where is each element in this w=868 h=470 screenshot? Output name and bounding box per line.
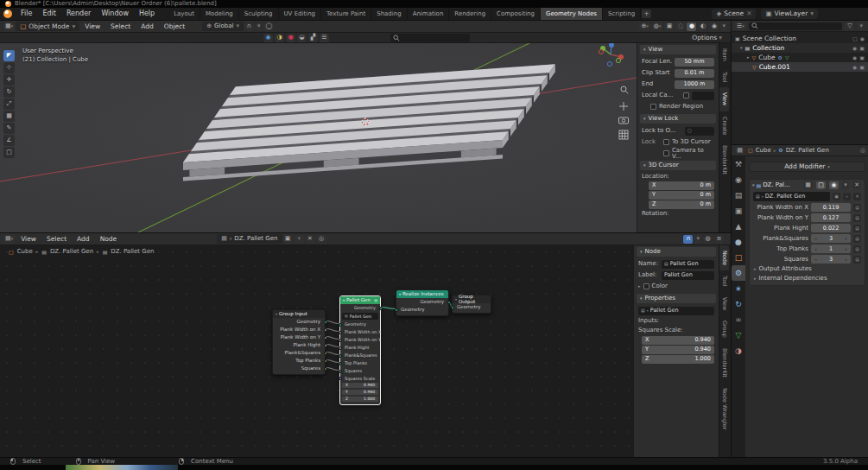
render-visibility-icon[interactable]: ▣: [859, 65, 865, 70]
input-attribute-toggle-icon[interactable]: ▤: [853, 225, 861, 232]
workspace-tab-shading[interactable]: Shading: [371, 8, 407, 20]
socket-int-out[interactable]: [324, 367, 327, 371]
shading-material[interactable]: ◐: [698, 22, 707, 31]
node-group-input[interactable]: ▾Group Input Geometry Plank Width on X P…: [272, 309, 326, 375]
physics-tab-icon[interactable]: ↻: [732, 296, 745, 312]
hide-eye-icon[interactable]: ◉: [852, 55, 857, 60]
outliner-menu-icon[interactable]: ▾: [858, 22, 865, 30]
group-datablock-field[interactable]: ▤▾Pallet Gen: [638, 307, 714, 315]
brush-icon[interactable]: ●: [286, 34, 295, 42]
local-camera-field[interactable]: [692, 92, 714, 100]
node-tree-selector[interactable]: ▤ ▾ DZ. Pallet Gen: [217, 234, 282, 244]
mirror-icon[interactable]: ▞: [308, 34, 318, 42]
new-datablock-icon[interactable]: ＋: [843, 193, 851, 200]
param-plank-hight-field[interactable]: 0.022: [811, 224, 851, 232]
outliner-search-input[interactable]: [749, 22, 843, 30]
param-top-planks-field[interactable]: ◂1▸: [811, 245, 851, 253]
socket-geometry-in[interactable]: [395, 308, 398, 312]
socket-int-in[interactable]: [339, 370, 342, 373]
viewlayer-selector[interactable]: ▣ ViewLayer ▾: [761, 9, 818, 19]
collapse-arrow-icon[interactable]: ▸: [638, 284, 641, 289]
tab-view[interactable]: View: [719, 87, 729, 111]
socket-float-out[interactable]: [324, 344, 327, 347]
exclude-checkbox-icon[interactable]: ▢: [852, 36, 858, 41]
workspace-tab-rendering[interactable]: Rendering: [449, 8, 491, 20]
modifier-panel-header[interactable]: ▾ ▤ DZ. Pal... ▦ ▢ ◉ ▾ ✕: [750, 180, 865, 191]
tool-measure[interactable]: ∠: [3, 135, 15, 146]
unlink-icon[interactable]: ✕: [306, 235, 315, 244]
pin-icon[interactable]: ◎: [317, 235, 326, 244]
lock-to-object-field[interactable]: ▢: [685, 127, 714, 136]
param-plank-width-x-field[interactable]: 0.119: [811, 203, 851, 212]
overlay-toggle-icon[interactable]: ◍: [703, 235, 713, 244]
node-menu-view[interactable]: View: [16, 233, 41, 245]
socket-geometry-out[interactable]: [447, 301, 451, 304]
tab-blenderkit[interactable]: BlenderKit: [719, 343, 729, 383]
panel-properties[interactable]: ▾Properties: [637, 294, 716, 303]
input-attribute-toggle-icon[interactable]: ▤: [853, 235, 861, 243]
edit-mode-toggle-icon[interactable]: ▦: [803, 181, 813, 189]
scale-x-field[interactable]: X0.940: [642, 336, 714, 345]
scale-z-field[interactable]: Z1.000: [642, 355, 714, 364]
socket-float-in[interactable]: [339, 339, 342, 342]
tool-rotate[interactable]: ↻: [3, 86, 15, 98]
viewport-menu-select[interactable]: Select: [105, 21, 136, 32]
socket-float-in[interactable]: [339, 346, 342, 350]
workspace-tab-compositing[interactable]: Compositing: [491, 8, 541, 20]
param-squares-field[interactable]: ◂3▸: [811, 255, 851, 264]
collapse-arrow-icon[interactable]: ▾: [276, 313, 277, 316]
render-visibility-icon[interactable]: ▣: [859, 46, 865, 51]
editor-type-icon[interactable]: ▤: [735, 147, 744, 155]
editor-type-icon[interactable]: ☰▾: [735, 22, 746, 30]
modifier-tab-icon[interactable]: ⚙: [732, 265, 745, 281]
render-visibility-icon[interactable]: ◉: [860, 36, 865, 41]
tool-select-box[interactable]: ◤: [3, 50, 15, 61]
tool-transform[interactable]: ▦: [3, 111, 15, 122]
menu-file[interactable]: File: [16, 8, 37, 20]
workspace-tab-sculpting[interactable]: Sculpting: [239, 8, 279, 20]
socket-geometry-in[interactable]: [339, 323, 342, 327]
node-name-field[interactable]: ▤Pallet Gen: [662, 260, 714, 269]
socket-int-in[interactable]: [339, 354, 342, 358]
render-tab-icon[interactable]: ◉: [732, 172, 745, 187]
world-tab-icon[interactable]: ●: [732, 234, 745, 250]
shading-dropdown[interactable]: ▾: [720, 22, 727, 31]
viewport-options-dropdown[interactable]: Options ▾: [692, 35, 722, 41]
viewlayer-tab-icon[interactable]: ▣: [732, 203, 745, 219]
panel-view[interactable]: ▾View: [640, 45, 716, 54]
socket-int-out[interactable]: [324, 359, 327, 363]
tool-scale[interactable]: ⤢: [3, 98, 15, 110]
shading-wireframe[interactable]: ◌: [675, 22, 685, 31]
input-attribute-toggle-icon[interactable]: ▤: [853, 245, 861, 253]
particles-tab-icon[interactable]: ∗: [732, 281, 745, 296]
tool-annotate[interactable]: ✎: [3, 123, 15, 134]
decrement-arrow-icon[interactable]: ◂: [814, 247, 817, 251]
snap-magnet-icon[interactable]: ∩: [683, 235, 693, 244]
increment-arrow-icon[interactable]: ▸: [845, 247, 847, 251]
editor-menu-icon[interactable]: ≡: [714, 235, 724, 244]
tab-item[interactable]: Item: [719, 43, 729, 67]
tab-tool[interactable]: Tool: [719, 67, 729, 88]
outliner-row-scene-collection[interactable]: ▣ Scene Collection ▢ ◉: [732, 34, 868, 43]
collapse-arrow-icon[interactable]: ▾: [343, 299, 345, 302]
clip-end-field[interactable]: 1000 m: [675, 80, 714, 89]
viewport-search-input[interactable]: [390, 34, 470, 42]
socket-float-in[interactable]: [339, 331, 342, 334]
node-realize-instances[interactable]: ▾Realize Instances Geometry Geometry: [396, 289, 449, 316]
workspace-tab-texture-paint[interactable]: Texture Paint: [321, 8, 371, 20]
node-menu-node[interactable]: Node: [95, 233, 123, 245]
socket-geometry-in[interactable]: [451, 306, 454, 309]
node-pallet-gen-group[interactable]: ▾Pallet Gen▤ Geometry ▤Pallet Gen Geomet…: [339, 295, 381, 405]
socket-geometry-out[interactable]: [379, 307, 383, 310]
outliner-row-collection[interactable]: ▾ ▤ Collection ◉ ▣: [732, 43, 868, 53]
viewport-canvas[interactable]: User Perspective (21) Collection | Cube …: [0, 43, 731, 232]
orbit-gizmo-icon[interactable]: ◉: [263, 34, 273, 42]
workspace-tab-scripting[interactable]: Scripting: [603, 8, 641, 20]
new-datablock-icon[interactable]: ＋: [295, 235, 304, 244]
scale-y-field[interactable]: Y0.940: [642, 346, 714, 354]
xray-toggle[interactable]: ▣: [664, 22, 674, 31]
fake-user-shield-icon[interactable]: ▣: [833, 193, 840, 200]
node-label-field[interactable]: Pallet Gen: [662, 271, 714, 280]
tab-view[interactable]: View: [719, 292, 729, 315]
add-modifier-button[interactable]: Add Modifier▾: [749, 162, 865, 172]
